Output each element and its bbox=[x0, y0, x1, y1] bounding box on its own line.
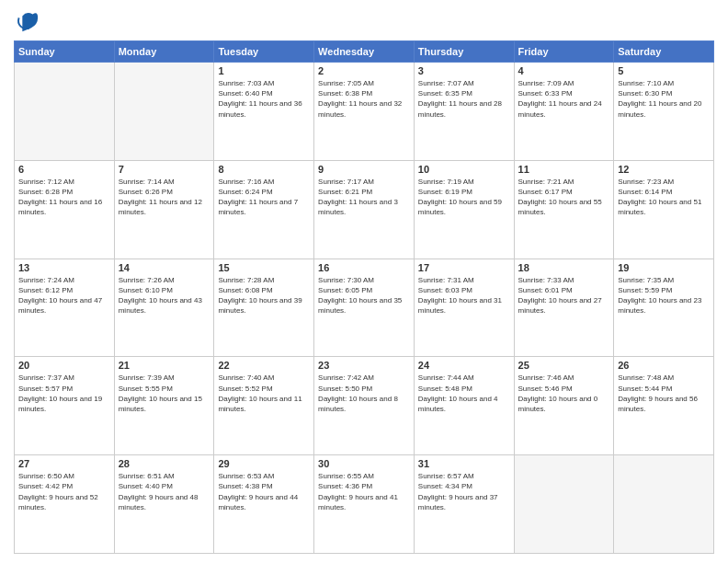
day-number: 14 bbox=[119, 262, 210, 273]
day-number: 9 bbox=[318, 164, 410, 175]
day-info: Sunrise: 7:09 AMSunset: 6:33 PMDaylight:… bbox=[518, 78, 610, 120]
day-number: 6 bbox=[18, 164, 110, 175]
day-number: 10 bbox=[418, 164, 510, 175]
day-number: 2 bbox=[318, 65, 410, 76]
day-info: Sunrise: 7:17 AMSunset: 6:21 PMDaylight:… bbox=[318, 177, 410, 218]
day-number: 23 bbox=[318, 360, 410, 371]
calendar-cell: 25Sunrise: 7:46 AMSunset: 5:46 PMDayligh… bbox=[514, 357, 614, 455]
day-info: Sunrise: 7:19 AMSunset: 6:19 PMDaylight:… bbox=[418, 177, 510, 218]
day-number: 12 bbox=[618, 164, 710, 175]
week-row-1: 1Sunrise: 7:03 AMSunset: 6:40 PMDaylight… bbox=[15, 63, 714, 161]
day-info: Sunrise: 7:23 AMSunset: 6:14 PMDaylight:… bbox=[618, 177, 710, 218]
day-info: Sunrise: 7:26 AMSunset: 6:10 PMDaylight:… bbox=[119, 275, 210, 316]
day-info: Sunrise: 7:10 AMSunset: 6:30 PMDaylight:… bbox=[618, 78, 710, 120]
day-info: Sunrise: 7:05 AMSunset: 6:38 PMDaylight:… bbox=[318, 78, 410, 120]
calendar-cell: 23Sunrise: 7:42 AMSunset: 5:50 PMDayligh… bbox=[314, 357, 415, 455]
day-number: 15 bbox=[218, 262, 310, 273]
day-number: 17 bbox=[418, 262, 510, 273]
calendar-cell: 31Sunrise: 6:57 AMSunset: 4:34 PMDayligh… bbox=[414, 455, 514, 554]
calendar-cell bbox=[614, 455, 714, 554]
day-number: 8 bbox=[218, 164, 310, 175]
day-number: 16 bbox=[318, 262, 410, 273]
col-header-tuesday: Tuesday bbox=[214, 41, 314, 63]
logo bbox=[14, 9, 43, 35]
calendar-cell: 8Sunrise: 7:16 AMSunset: 6:24 PMDaylight… bbox=[214, 160, 314, 259]
day-number: 26 bbox=[618, 360, 710, 371]
calendar-cell: 7Sunrise: 7:14 AMSunset: 6:26 PMDaylight… bbox=[114, 160, 214, 259]
calendar-cell: 10Sunrise: 7:19 AMSunset: 6:19 PMDayligh… bbox=[414, 160, 514, 259]
week-row-2: 6Sunrise: 7:12 AMSunset: 6:28 PMDaylight… bbox=[15, 160, 714, 259]
day-info: Sunrise: 7:30 AMSunset: 6:05 PMDaylight:… bbox=[318, 275, 410, 316]
calendar-cell: 21Sunrise: 7:39 AMSunset: 5:55 PMDayligh… bbox=[114, 357, 214, 455]
day-info: Sunrise: 7:37 AMSunset: 5:57 PMDaylight:… bbox=[18, 373, 110, 414]
calendar-cell: 26Sunrise: 7:48 AMSunset: 5:44 PMDayligh… bbox=[614, 357, 714, 455]
day-info: Sunrise: 7:33 AMSunset: 6:01 PMDaylight:… bbox=[518, 275, 610, 316]
day-number: 7 bbox=[119, 164, 210, 175]
calendar-cell: 13Sunrise: 7:24 AMSunset: 6:12 PMDayligh… bbox=[15, 259, 115, 357]
day-info: Sunrise: 7:16 AMSunset: 6:24 PMDaylight:… bbox=[218, 177, 310, 218]
calendar-cell: 20Sunrise: 7:37 AMSunset: 5:57 PMDayligh… bbox=[15, 357, 115, 455]
day-info: Sunrise: 7:21 AMSunset: 6:17 PMDaylight:… bbox=[518, 177, 610, 218]
calendar-cell: 29Sunrise: 6:53 AMSunset: 4:38 PMDayligh… bbox=[214, 455, 314, 554]
calendar-cell: 18Sunrise: 7:33 AMSunset: 6:01 PMDayligh… bbox=[514, 259, 614, 357]
day-number: 31 bbox=[418, 458, 510, 469]
day-number: 29 bbox=[218, 458, 310, 469]
col-header-wednesday: Wednesday bbox=[314, 41, 415, 63]
day-info: Sunrise: 6:51 AMSunset: 4:40 PMDaylight:… bbox=[119, 471, 210, 512]
calendar-cell: 6Sunrise: 7:12 AMSunset: 6:28 PMDaylight… bbox=[15, 160, 115, 259]
day-number: 19 bbox=[618, 262, 710, 273]
page: SundayMondayTuesdayWednesdayThursdayFrid… bbox=[0, 0, 728, 563]
day-info: Sunrise: 7:28 AMSunset: 6:08 PMDaylight:… bbox=[218, 275, 310, 316]
day-number: 22 bbox=[218, 360, 310, 371]
day-info: Sunrise: 7:40 AMSunset: 5:52 PMDaylight:… bbox=[218, 373, 310, 414]
week-row-3: 13Sunrise: 7:24 AMSunset: 6:12 PMDayligh… bbox=[15, 259, 714, 357]
day-info: Sunrise: 7:35 AMSunset: 5:59 PMDaylight:… bbox=[618, 275, 710, 316]
day-number: 1 bbox=[218, 65, 310, 76]
calendar-cell bbox=[514, 455, 614, 554]
day-info: Sunrise: 6:57 AMSunset: 4:34 PMDaylight:… bbox=[418, 471, 510, 512]
calendar-cell: 15Sunrise: 7:28 AMSunset: 6:08 PMDayligh… bbox=[214, 259, 314, 357]
calendar-cell: 4Sunrise: 7:09 AMSunset: 6:33 PMDaylight… bbox=[514, 63, 614, 161]
calendar-table: SundayMondayTuesdayWednesdayThursdayFrid… bbox=[14, 40, 714, 554]
calendar-cell: 1Sunrise: 7:03 AMSunset: 6:40 PMDaylight… bbox=[214, 63, 314, 161]
col-header-thursday: Thursday bbox=[414, 41, 514, 63]
day-number: 20 bbox=[18, 360, 110, 371]
day-number: 5 bbox=[618, 65, 710, 76]
day-number: 24 bbox=[418, 360, 510, 371]
header-row: SundayMondayTuesdayWednesdayThursdayFrid… bbox=[15, 41, 714, 63]
day-number: 28 bbox=[119, 458, 210, 469]
day-number: 4 bbox=[518, 65, 610, 76]
calendar-cell: 27Sunrise: 6:50 AMSunset: 4:42 PMDayligh… bbox=[15, 455, 115, 554]
calendar-cell: 28Sunrise: 6:51 AMSunset: 4:40 PMDayligh… bbox=[114, 455, 214, 554]
calendar-cell bbox=[15, 63, 115, 161]
calendar-cell: 24Sunrise: 7:44 AMSunset: 5:48 PMDayligh… bbox=[414, 357, 514, 455]
day-info: Sunrise: 7:24 AMSunset: 6:12 PMDaylight:… bbox=[18, 275, 110, 316]
calendar-cell: 2Sunrise: 7:05 AMSunset: 6:38 PMDaylight… bbox=[314, 63, 415, 161]
logo-icon bbox=[14, 9, 40, 35]
day-info: Sunrise: 7:12 AMSunset: 6:28 PMDaylight:… bbox=[18, 177, 110, 218]
calendar-cell: 16Sunrise: 7:30 AMSunset: 6:05 PMDayligh… bbox=[314, 259, 415, 357]
calendar-cell: 30Sunrise: 6:55 AMSunset: 4:36 PMDayligh… bbox=[314, 455, 415, 554]
calendar-cell: 17Sunrise: 7:31 AMSunset: 6:03 PMDayligh… bbox=[414, 259, 514, 357]
day-info: Sunrise: 7:42 AMSunset: 5:50 PMDaylight:… bbox=[318, 373, 410, 414]
day-number: 30 bbox=[318, 458, 410, 469]
day-number: 18 bbox=[518, 262, 610, 273]
calendar-cell: 9Sunrise: 7:17 AMSunset: 6:21 PMDaylight… bbox=[314, 160, 415, 259]
week-row-5: 27Sunrise: 6:50 AMSunset: 4:42 PMDayligh… bbox=[15, 455, 714, 554]
day-info: Sunrise: 6:55 AMSunset: 4:36 PMDaylight:… bbox=[318, 471, 410, 512]
header bbox=[14, 9, 714, 35]
col-header-sunday: Sunday bbox=[15, 41, 115, 63]
calendar-cell bbox=[114, 63, 214, 161]
calendar-cell: 3Sunrise: 7:07 AMSunset: 6:35 PMDaylight… bbox=[414, 63, 514, 161]
day-info: Sunrise: 7:14 AMSunset: 6:26 PMDaylight:… bbox=[119, 177, 210, 218]
day-info: Sunrise: 7:39 AMSunset: 5:55 PMDaylight:… bbox=[119, 373, 210, 414]
day-info: Sunrise: 7:31 AMSunset: 6:03 PMDaylight:… bbox=[418, 275, 510, 316]
col-header-monday: Monday bbox=[114, 41, 214, 63]
calendar-cell: 11Sunrise: 7:21 AMSunset: 6:17 PMDayligh… bbox=[514, 160, 614, 259]
calendar-cell: 19Sunrise: 7:35 AMSunset: 5:59 PMDayligh… bbox=[614, 259, 714, 357]
day-number: 11 bbox=[518, 164, 610, 175]
calendar-cell: 12Sunrise: 7:23 AMSunset: 6:14 PMDayligh… bbox=[614, 160, 714, 259]
day-info: Sunrise: 7:46 AMSunset: 5:46 PMDaylight:… bbox=[518, 373, 610, 414]
day-number: 13 bbox=[18, 262, 110, 273]
day-info: Sunrise: 7:07 AMSunset: 6:35 PMDaylight:… bbox=[418, 78, 510, 120]
